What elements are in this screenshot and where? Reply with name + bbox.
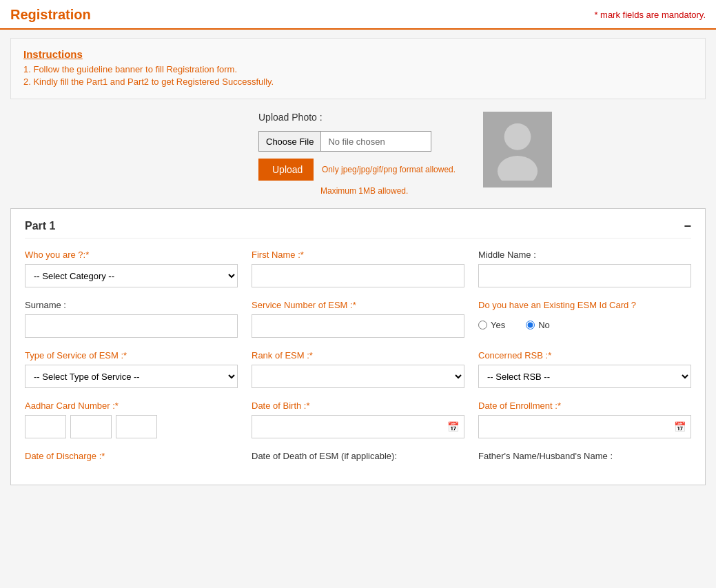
aadhar-card-label: Aadhar Card Number :* — [25, 401, 238, 411]
esm-card-group: Do you have an Existing ESM Id Card ? Ye… — [478, 300, 691, 338]
concerned-rsb-group: Concerned RSB :* -- Select RSB -- — [478, 350, 691, 388]
concerned-rsb-label: Concerned RSB :* — [478, 350, 691, 361]
fathers-name-label: Father's Name/Husband's Name : — [478, 451, 691, 461]
date-of-birth-label: Date of Birth :* — [252, 401, 464, 411]
photo-placeholder — [483, 112, 552, 187]
date-of-discharge-label: Date of Discharge :* — [25, 451, 238, 461]
part1-section: Part 1 − Who you are ?:* -- Select Categ… — [10, 208, 706, 485]
type-of-service-select[interactable]: -- Select Type of Service -- Army Navy A… — [25, 365, 238, 388]
esm-card-yes-text: Yes — [491, 320, 505, 330]
file-input-row: Choose File No file chosen — [258, 131, 456, 152]
page-header: Registration * mark fields are mandatory… — [0, 0, 716, 30]
instructions-box: Instructions 1. Follow the guideline ban… — [10, 38, 706, 99]
first-name-group: First Name :* — [252, 250, 464, 287]
who-you-are-label: Who you are ?:* — [25, 250, 238, 260]
instructions-title[interactable]: Instructions — [23, 48, 693, 60]
surname-input[interactable] — [25, 314, 238, 338]
esm-card-yes-radio[interactable] — [478, 321, 487, 330]
form-row-4: Aadhar Card Number :* Date of Birth :* 📅 — [25, 401, 691, 438]
instructions-line1: 1. Follow the guideline banner to fill R… — [23, 64, 693, 74]
date-of-enrollment-label: Date of Enrollment :* — [478, 401, 691, 411]
upload-hint1: Only jpeg/jpg/gif/png format allowed. — [322, 165, 456, 174]
upload-button[interactable]: Upload — [258, 159, 314, 181]
choose-file-button[interactable]: Choose File — [258, 131, 321, 152]
svg-point-1 — [498, 156, 538, 181]
type-of-service-group: Type of Service of ESM :* -- Select Type… — [25, 350, 238, 388]
aadhar-part1-input[interactable] — [25, 415, 66, 438]
aadhar-part2-input[interactable] — [70, 415, 112, 438]
instructions-line2: 2. Kindly fill the Part1 and Part2 to ge… — [23, 77, 693, 87]
part1-title: Part 1 — [25, 220, 55, 232]
form-row-2: Surname : Service Number of ESM :* Do yo… — [25, 300, 691, 338]
first-name-label: First Name :* — [252, 250, 464, 260]
mandatory-note: * mark fields are mandatory. — [594, 10, 706, 20]
esm-card-no-label[interactable]: No — [526, 320, 550, 330]
section-header: Part 1 − — [25, 220, 691, 239]
upload-photo-label: Upload Photo : — [258, 112, 456, 123]
main-content: Instructions 1. Follow the guideline ban… — [0, 30, 716, 505]
type-of-service-label: Type of Service of ESM :* — [25, 350, 238, 361]
rank-of-esm-group: Rank of ESM :* — [252, 350, 464, 388]
aadhar-parts-row — [25, 415, 238, 438]
esm-card-radio-group: Yes No — [478, 317, 691, 330]
date-of-enrollment-input[interactable] — [478, 415, 691, 438]
surname-group: Surname : — [25, 300, 238, 338]
date-of-birth-input[interactable] — [252, 415, 464, 438]
esm-card-no-radio[interactable] — [526, 321, 535, 330]
date-of-enrollment-group: Date of Enrollment :* 📅 — [478, 401, 691, 438]
service-number-label: Service Number of ESM :* — [252, 300, 464, 310]
concerned-rsb-select[interactable]: -- Select RSB -- — [478, 365, 691, 388]
rank-of-esm-select[interactable] — [252, 365, 464, 388]
collapse-button[interactable]: − — [684, 220, 691, 232]
who-you-are-select[interactable]: -- Select Category -- Ex-Serviceman Wido… — [25, 264, 238, 287]
service-number-input[interactable] — [252, 314, 464, 338]
upload-hint2: Maximum 1MB allowed. — [320, 186, 456, 196]
form-row-5: Date of Discharge :* Date of Death of ES… — [25, 451, 691, 461]
date-of-discharge-group: Date of Discharge :* — [25, 451, 238, 461]
middle-name-group: Middle Name : — [478, 250, 691, 287]
file-chosen-display: No file chosen — [321, 131, 431, 152]
aadhar-part3-input[interactable] — [116, 415, 157, 438]
photo-upload-inner: Upload Photo : Choose File No file chose… — [258, 112, 456, 196]
esm-card-label: Do you have an Existing ESM Id Card ? — [478, 300, 691, 310]
page-title: Registration — [10, 7, 91, 23]
form-row-1: Who you are ?:* -- Select Category -- Ex… — [25, 250, 691, 287]
who-you-are-group: Who you are ?:* -- Select Category -- Ex… — [25, 250, 238, 287]
date-of-birth-group: Date of Birth :* 📅 — [252, 401, 464, 438]
photo-upload-section: Upload Photo : Choose File No file chose… — [10, 112, 706, 196]
date-of-death-group: Date of Death of ESM (if applicable): — [252, 451, 464, 461]
date-of-death-label: Date of Death of ESM (if applicable): — [252, 451, 464, 461]
esm-card-no-text: No — [538, 320, 550, 330]
middle-name-input[interactable] — [478, 264, 691, 287]
first-name-input[interactable] — [252, 264, 464, 287]
form-row-3: Type of Service of ESM :* -- Select Type… — [25, 350, 691, 388]
svg-point-0 — [504, 123, 531, 150]
surname-label: Surname : — [25, 300, 238, 310]
service-number-group: Service Number of ESM :* — [252, 300, 464, 338]
date-of-enrollment-wrapper: 📅 — [478, 415, 691, 438]
rank-of-esm-label: Rank of ESM :* — [252, 350, 464, 361]
middle-name-label: Middle Name : — [478, 250, 691, 260]
fathers-name-group: Father's Name/Husband's Name : — [478, 451, 691, 461]
aadhar-card-group: Aadhar Card Number :* — [25, 401, 238, 438]
esm-card-yes-label[interactable]: Yes — [478, 320, 505, 330]
date-of-birth-wrapper: 📅 — [252, 415, 464, 438]
